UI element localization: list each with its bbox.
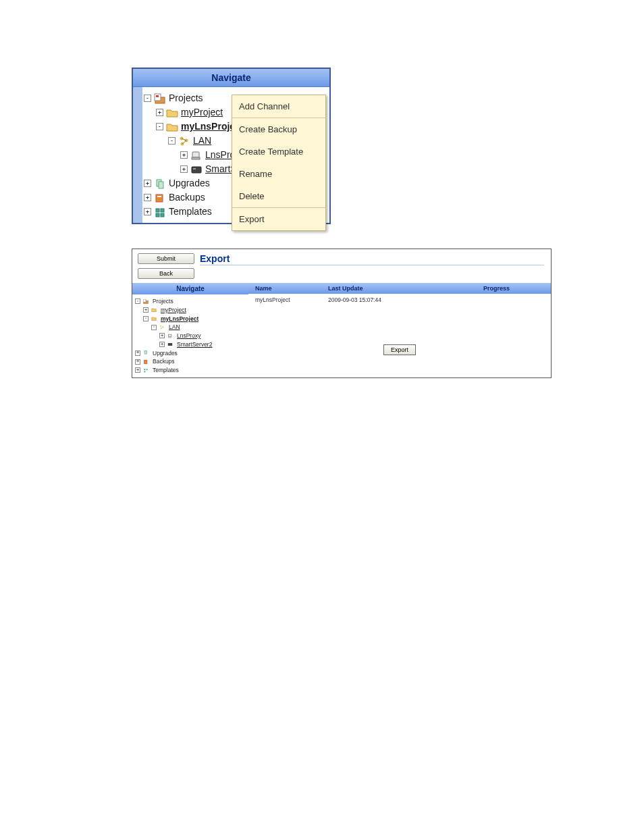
network-icon bbox=[158, 323, 166, 331]
tree-label: Templates bbox=[169, 205, 212, 219]
backups-icon bbox=[142, 358, 150, 365]
cell-lastupdate: 2009-09-03 15:07:44 bbox=[323, 296, 478, 303]
tree-label: LAN bbox=[193, 134, 211, 148]
collapse-icon[interactable]: - bbox=[168, 137, 176, 145]
upgrades-icon bbox=[142, 349, 150, 357]
folder-icon bbox=[166, 108, 178, 118]
svg-point-22 bbox=[160, 325, 161, 327]
svg-rect-2 bbox=[156, 95, 159, 97]
svg-point-24 bbox=[161, 328, 162, 329]
menu-create-backup[interactable]: Create Backup bbox=[232, 118, 325, 140]
tree-label: myLnsProject bbox=[161, 315, 198, 323]
svg-rect-32 bbox=[144, 371, 145, 372]
svg-rect-21 bbox=[143, 299, 146, 303]
tree-row[interactable]: - Projects bbox=[135, 297, 246, 306]
context-menu: Add Channel Create Backup Create Templat… bbox=[232, 95, 326, 231]
server-icon bbox=[190, 150, 203, 161]
tree-label: myProject bbox=[181, 105, 223, 120]
tree-row[interactable]: + LnsProxy bbox=[135, 332, 246, 340]
collapse-icon[interactable]: - bbox=[144, 95, 151, 102]
button-column: Submit Back bbox=[132, 249, 200, 283]
export-button-area: Export bbox=[248, 306, 551, 355]
tree-label: LnsPro bbox=[205, 148, 235, 162]
svg-rect-30 bbox=[144, 369, 145, 370]
svg-rect-14 bbox=[156, 194, 163, 202]
svg-rect-25 bbox=[168, 334, 171, 336]
submit-button[interactable]: Submit bbox=[138, 253, 194, 264]
folder-icon bbox=[150, 315, 158, 322]
svg-rect-26 bbox=[168, 337, 172, 338]
expand-icon[interactable]: + bbox=[144, 180, 151, 187]
navigate-tree-small: - Projects + myProject - myLnsProject bbox=[132, 294, 248, 377]
export-button[interactable]: Export bbox=[383, 344, 416, 355]
svg-rect-11 bbox=[193, 168, 196, 170]
templates-icon bbox=[154, 207, 166, 217]
column-lastupdate-header: Last Update bbox=[323, 285, 478, 292]
svg-rect-10 bbox=[192, 167, 201, 173]
svg-rect-15 bbox=[157, 196, 161, 197]
tree-row[interactable]: + SmartServer2 bbox=[135, 340, 246, 349]
cell-name: myLnsProject bbox=[248, 296, 323, 303]
svg-rect-19 bbox=[161, 213, 164, 217]
expand-icon[interactable]: + bbox=[180, 151, 188, 159]
export-title: Export bbox=[200, 249, 544, 265]
device-icon bbox=[190, 165, 203, 174]
collapse-icon[interactable]: - bbox=[151, 325, 157, 330]
network-icon bbox=[178, 136, 190, 147]
collapse-icon[interactable]: - bbox=[135, 298, 140, 304]
expand-icon[interactable]: + bbox=[135, 359, 140, 365]
svg-rect-27 bbox=[168, 343, 173, 346]
export-content: Name Last Update Progress myLnsProject 2… bbox=[248, 283, 551, 377]
templates-icon bbox=[142, 367, 150, 374]
expand-icon[interactable]: + bbox=[159, 333, 165, 338]
expand-icon[interactable]: + bbox=[159, 342, 165, 347]
svg-point-23 bbox=[162, 326, 163, 328]
folder-icon bbox=[166, 122, 178, 132]
tree-label: Upgrades bbox=[169, 176, 210, 190]
svg-rect-9 bbox=[192, 157, 200, 159]
menu-delete[interactable]: Delete bbox=[232, 185, 325, 207]
tree-label: LAN bbox=[169, 323, 180, 332]
navigate-panel: Navigate - Projects + myProject bbox=[132, 68, 331, 224]
tree-row[interactable]: + myProject bbox=[135, 306, 246, 315]
table-row: myLnsProject 2009-09-03 15:07:44 bbox=[248, 294, 551, 306]
tree-row[interactable]: + Upgrades bbox=[135, 349, 246, 358]
expand-icon[interactable]: + bbox=[144, 194, 151, 201]
svg-rect-16 bbox=[156, 209, 159, 212]
expand-icon[interactable]: + bbox=[135, 367, 140, 373]
column-name-header: Name bbox=[248, 285, 323, 292]
collapse-icon[interactable]: - bbox=[143, 316, 149, 321]
collapse-icon[interactable]: - bbox=[156, 123, 163, 130]
tree-row[interactable]: + Templates bbox=[135, 366, 246, 375]
projects-icon bbox=[142, 298, 150, 305]
navigate-sidebar: Navigate - Projects + myProject - bbox=[132, 283, 248, 377]
navigate-header: Navigate bbox=[132, 283, 248, 294]
tree-row[interactable]: - myLnsProject bbox=[135, 315, 246, 323]
tree-label: Projects bbox=[153, 297, 173, 306]
menu-export[interactable]: Export bbox=[232, 208, 325, 230]
tree-label: Upgrades bbox=[153, 349, 178, 358]
backups-icon bbox=[154, 192, 166, 203]
svg-rect-17 bbox=[161, 209, 164, 212]
svg-line-7 bbox=[182, 140, 186, 144]
expand-icon[interactable]: + bbox=[144, 208, 151, 215]
tree-label: Templates bbox=[153, 366, 179, 375]
tree-row[interactable]: - LAN bbox=[135, 323, 246, 332]
back-button[interactable]: Back bbox=[138, 268, 194, 279]
expand-icon[interactable]: + bbox=[143, 307, 149, 313]
expand-icon[interactable]: + bbox=[135, 350, 140, 356]
tree-label: Backups bbox=[169, 190, 205, 205]
expand-icon[interactable]: + bbox=[180, 165, 188, 173]
tree-label: myProject bbox=[161, 306, 186, 315]
cell-progress bbox=[478, 296, 551, 303]
export-panel: Submit Back Export Navigate - Projects + bbox=[132, 249, 552, 378]
menu-create-template[interactable]: Create Template bbox=[232, 140, 325, 163]
menu-rename[interactable]: Rename bbox=[232, 163, 325, 185]
server-icon bbox=[166, 332, 174, 340]
expand-icon[interactable]: + bbox=[156, 109, 163, 116]
tree-row[interactable]: + Backups bbox=[135, 357, 246, 366]
table-header: Name Last Update Progress bbox=[248, 283, 551, 294]
menu-add-channel[interactable]: Add Channel bbox=[232, 95, 325, 118]
svg-rect-8 bbox=[192, 152, 199, 157]
svg-rect-28 bbox=[144, 351, 146, 355]
